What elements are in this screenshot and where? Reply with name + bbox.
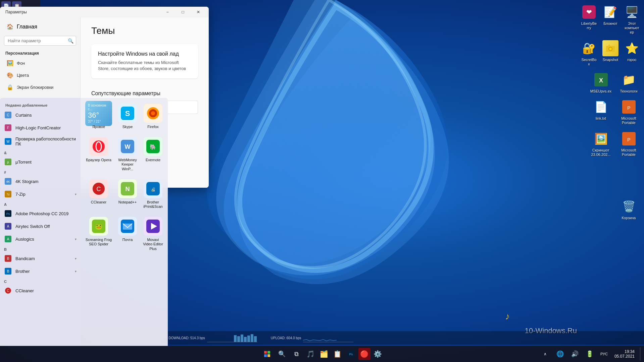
goros-icon: ⭐ xyxy=(624,40,640,56)
firefox-label: Firefox xyxy=(147,125,159,129)
start-item-curtains[interactable]: C Curtains xyxy=(0,109,81,121)
svg-rect-67 xyxy=(264,351,267,354)
pinned-evernote[interactable]: 🐘 Evernote xyxy=(141,134,165,175)
desktop-icon-notepad[interactable]: 📝 Блокнот xyxy=(601,3,620,36)
pinned-notepadpp[interactable]: N Notepad++ xyxy=(115,176,140,212)
desktop-icon-screenshot[interactable]: 🖼️ Скриншот 23.06.202... xyxy=(588,129,613,158)
settings-search-input[interactable] xyxy=(4,36,76,46)
task-view-button[interactable]: ⧉ xyxy=(290,347,303,361)
taskbar-app-red[interactable]: 🔴 xyxy=(358,348,370,360)
svg-text:7z: 7z xyxy=(6,193,10,196)
desktop-icon-secretbox[interactable]: 🔐 SecretBox xyxy=(580,39,598,68)
svg-text:Ps: Ps xyxy=(6,212,10,216)
pinned-mail[interactable]: Почта xyxy=(115,214,140,254)
desktop-row-recycle: 🗑️ Корзина xyxy=(580,197,641,222)
desktop-icon-mypc[interactable]: 🖥️ Этот компьютер xyxy=(623,3,641,36)
start-group-auslogics[interactable]: A Auslogics ▾ xyxy=(0,233,81,245)
svg-rect-14 xyxy=(237,336,240,342)
alpha-c: C xyxy=(0,278,81,284)
desktop-icon-libertybery[interactable]: ❤ LibertyBerry xyxy=(580,3,598,36)
msp2-icon: P xyxy=(621,131,637,147)
lockscreen-icon: 🔒 xyxy=(7,84,13,90)
svg-rect-6 xyxy=(608,45,610,46)
notepad-label: Блокнот xyxy=(603,21,617,26)
webmoney-pinned-icon: W xyxy=(118,137,137,156)
alpha-a: A xyxy=(0,200,81,207)
taskbar-search-button[interactable]: 🔍 xyxy=(275,347,289,361)
expand-bandicam-icon: ▾ xyxy=(75,257,77,260)
opera-pinned-icon xyxy=(89,137,108,156)
screenshot-icon: 🖼️ xyxy=(593,131,609,147)
pinned-webmoney[interactable]: W WebMoney Keeper WinP... xyxy=(115,134,140,175)
sidebar-nav-lockscreen[interactable]: 🔒 Экран блокировки xyxy=(1,81,79,93)
start-item-fontcreator[interactable]: F High-Logic FontCreator xyxy=(0,121,81,134)
lockscreen-label: Экран блокировки xyxy=(17,85,53,90)
colors-label: Цвета xyxy=(17,73,29,78)
start-group-7zip[interactable]: 7z 7-Zip ▾ xyxy=(0,188,81,200)
linktxt-icon: 📄 xyxy=(593,99,609,115)
desktop-icon-mseup[interactable]: X MSEUpvs.ex xyxy=(588,70,613,95)
expand-auslogics-icon: ▾ xyxy=(75,237,77,241)
weather-label: В основном с... xyxy=(88,104,109,111)
desktop-icon-msp1[interactable]: P Microsoft Portable xyxy=(616,98,641,126)
show-desktop-button[interactable] xyxy=(640,347,641,361)
minimize-button[interactable]: − xyxy=(160,7,175,17)
tray-language[interactable]: РУС xyxy=(600,352,608,356)
pinned-skype[interactable]: S Skype xyxy=(115,101,140,132)
desktop-icon-goros[interactable]: ⭐ горос xyxy=(623,39,641,68)
pinned-opera[interactable]: Браузер Opera xyxy=(83,134,114,175)
recycle-bin-icon-desktop[interactable]: 🗑️ Корзина xyxy=(616,197,641,222)
sidebar-nav-background[interactable]: 🖼️ Фон xyxy=(1,57,79,69)
skype-pinned-icon: S xyxy=(118,104,137,123)
desktop-icon-msp2[interactable]: P Microsoft Portable xyxy=(616,129,641,158)
home-nav-item[interactable]: 🏠 Главная xyxy=(1,20,79,33)
desktop-icon-linktxt[interactable]: 📄 link.txt xyxy=(588,98,613,126)
close-button[interactable]: ✕ xyxy=(191,7,206,17)
firefox-pinned-icon xyxy=(144,104,162,123)
svg-text:🖨: 🖨 xyxy=(151,187,155,192)
pinned-movavi[interactable]: Movavi Video Editor Plus xyxy=(141,214,165,254)
desktop-icon-snapshot[interactable]: Snapshot xyxy=(601,39,620,68)
tekhnologi-label: Технологи xyxy=(620,89,637,94)
airytec-label: Airytec Switch Off xyxy=(15,224,50,229)
start-item-airytec[interactable]: A Airytec Switch Off xyxy=(0,220,81,233)
tray-volume-icon[interactable]: 🔊 xyxy=(568,347,582,361)
pinned-screamingfrog[interactable]: 🐸 Screaming Frog SEO Spider xyxy=(83,214,114,254)
start-button[interactable] xyxy=(260,347,274,361)
taskbar-app-explorer[interactable]: 🗂️ xyxy=(318,348,330,360)
start-item-utorrent[interactable]: µ µTorrent xyxy=(0,156,81,168)
start-item-ccleaner[interactable]: C CCleaner xyxy=(0,284,81,297)
taskbar-app-clipboard[interactable]: 📋 xyxy=(332,348,344,360)
start-item-photoshop[interactable]: Ps Adobe Photoshop CC 2019 xyxy=(0,207,81,220)
svg-point-5 xyxy=(609,48,612,50)
clock-time: 19:34 xyxy=(625,349,635,354)
taskbar-app-settings[interactable]: ⚙️ xyxy=(372,348,384,360)
svg-text:C: C xyxy=(7,113,9,117)
ccleaner-pinned-label: CCleaner xyxy=(91,200,106,204)
tray-up-arrow[interactable]: ∧ xyxy=(539,347,552,361)
clock[interactable]: 19:34 05.07.2021 xyxy=(612,349,637,359)
pinned-ccleaner[interactable]: C CCleaner xyxy=(83,176,114,212)
auslogics-label: Auslogics xyxy=(15,237,34,242)
start-item-pchealth[interactable]: W Проверка работоспособности ПК xyxy=(0,134,81,149)
maximize-button[interactable]: □ xyxy=(175,7,191,17)
desktop-icon-tekhnologi[interactable]: 📁 Технологи xyxy=(616,70,641,95)
svg-text:A: A xyxy=(7,237,9,241)
system-tray: ∧ 🌐 🔊 🔋 xyxy=(539,347,596,361)
pinned-brother[interactable]: 🖨 Brother iPrint&Scan xyxy=(141,176,165,212)
pinned-weather[interactable]: В основном с... 36° 37° / 21° Яровое xyxy=(83,101,114,132)
start-group-brother[interactable]: B Brother ▾ xyxy=(0,265,81,278)
home-icon: 🏠 xyxy=(7,23,13,30)
expand-brother-icon: ▾ xyxy=(75,269,77,273)
snapshot-icon xyxy=(602,40,618,56)
start-item-4kstogram[interactable]: 4K 4K Stogram xyxy=(0,175,81,188)
pinned-firefox[interactable]: Firefox xyxy=(141,101,165,132)
sidebar-nav-colors[interactable]: 🎨 Цвета xyxy=(1,69,79,81)
tray-network-icon[interactable]: 🌐 xyxy=(553,347,567,361)
taskbar-app-spotify[interactable]: 🎵 xyxy=(305,348,317,360)
start-group-bandicam[interactable]: B Bandicam ▾ xyxy=(0,252,81,265)
tray-battery-icon[interactable]: 🔋 xyxy=(583,347,596,361)
svg-rect-15 xyxy=(241,335,243,342)
taskbar-app-photoshop[interactable]: Ps xyxy=(345,348,357,360)
curtains-icon: C xyxy=(4,111,12,119)
